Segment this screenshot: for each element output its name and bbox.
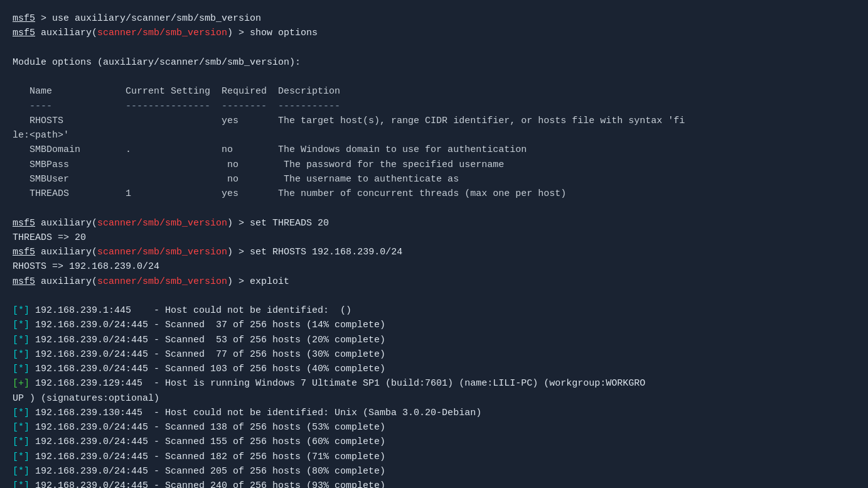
terminal-line (13, 201, 855, 215)
terminal-line: [*] 192.168.239.0/24:445 - Scanned 138 o… (13, 420, 855, 435)
terminal-line: Module options (auxiliary/scanner/smb/sm… (13, 55, 855, 70)
terminal-line: Name Current Setting Required Descriptio… (13, 84, 855, 99)
terminal-line: THREADS 1 yes The number of concurrent t… (13, 187, 855, 201)
terminal-line: msf5 auxiliary(scanner/smb/smb_version) … (13, 274, 855, 289)
terminal-line: [*] 192.168.239.130:445 - Host could not… (13, 406, 855, 420)
terminal-line: le:<path>' (13, 128, 855, 143)
terminal-line: [*] 192.168.239.0/24:445 - Scanned 53 of… (13, 333, 855, 347)
terminal-line: [+] 192.168.239.129:445 - Host is runnin… (13, 376, 855, 391)
terminal-line (13, 289, 855, 303)
terminal-line: ---- --------------- -------- ----------… (13, 99, 855, 114)
terminal-line: [*] 192.168.239.0/24:445 - Scanned 37 of… (13, 318, 855, 332)
terminal-line: THREADS => 20 (13, 230, 855, 245)
terminal-line: [*] 192.168.239.1:445 - Host could not b… (13, 303, 855, 318)
terminal-line: RHOSTS yes The target host(s), range CID… (13, 114, 855, 128)
terminal-line: SMBPass no The password for the specifie… (13, 158, 855, 172)
terminal-line: [*] 192.168.239.0/24:445 - Scanned 205 o… (13, 464, 855, 479)
terminal-line (13, 70, 855, 84)
terminal: msf5 > use auxiliary/scanner/smb/smb_ver… (13, 11, 855, 488)
terminal-line: [*] 192.168.239.0/24:445 - Scanned 155 o… (13, 435, 855, 449)
terminal-line: SMBUser no The username to authenticate … (13, 172, 855, 187)
terminal-line: msf5 > use auxiliary/scanner/smb/smb_ver… (13, 11, 855, 26)
terminal-line: [*] 192.168.239.0/24:445 - Scanned 182 o… (13, 450, 855, 464)
terminal-line: RHOSTS => 192.168.239.0/24 (13, 259, 855, 274)
terminal-line: msf5 auxiliary(scanner/smb/smb_version) … (13, 26, 855, 40)
terminal-line (13, 41, 855, 55)
terminal-line: [*] 192.168.239.0/24:445 - Scanned 77 of… (13, 347, 855, 362)
terminal-line: msf5 auxiliary(scanner/smb/smb_version) … (13, 245, 855, 259)
terminal-line: [*] 192.168.239.0/24:445 - Scanned 240 o… (13, 479, 855, 488)
terminal-line: msf5 auxiliary(scanner/smb/smb_version) … (13, 216, 855, 230)
terminal-line: SMBDomain . no The Windows domain to use… (13, 143, 855, 157)
terminal-line: UP ) (signatures:optional) (13, 391, 855, 406)
terminal-line: [*] 192.168.239.0/24:445 - Scanned 103 o… (13, 362, 855, 376)
